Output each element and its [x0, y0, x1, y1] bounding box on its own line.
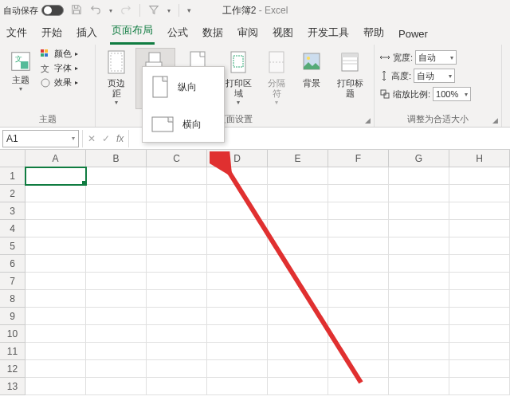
cell[interactable]	[449, 325, 510, 343]
cell[interactable]	[328, 255, 389, 273]
cell[interactable]	[328, 202, 389, 220]
cell[interactable]	[268, 378, 328, 395]
cell[interactable]	[449, 308, 510, 325]
col-header[interactable]: A	[26, 150, 86, 167]
cell[interactable]	[449, 290, 510, 308]
qat-customize-icon[interactable]: ▾	[187, 6, 191, 14]
cell[interactable]	[207, 378, 268, 395]
tab-developer[interactable]: 开发工具	[306, 21, 351, 45]
cell[interactable]	[328, 237, 389, 255]
row-header[interactable]: 3	[0, 202, 26, 220]
cell[interactable]	[449, 255, 510, 273]
cell[interactable]	[328, 325, 389, 343]
row-header[interactable]: 2	[0, 185, 26, 202]
cell[interactable]	[449, 167, 510, 185]
cell[interactable]	[86, 220, 147, 237]
cell[interactable]	[147, 255, 207, 273]
cell[interactable]	[268, 290, 328, 308]
cell[interactable]	[147, 343, 207, 360]
col-header[interactable]: D	[207, 150, 268, 167]
cell[interactable]	[147, 167, 207, 185]
col-header[interactable]: H	[449, 150, 510, 167]
cell[interactable]	[147, 237, 207, 255]
cell[interactable]	[268, 360, 328, 378]
tab-view[interactable]: 视图	[271, 21, 295, 45]
print-area-button[interactable]: 打印区域▾	[220, 48, 258, 108]
cell[interactable]	[389, 202, 449, 220]
cell[interactable]	[268, 273, 328, 290]
cell[interactable]	[268, 343, 328, 360]
cell[interactable]	[268, 308, 328, 325]
tab-file[interactable]: 文件	[5, 21, 29, 45]
scale-combo[interactable]: 100%▾	[433, 87, 471, 101]
cell[interactable]	[86, 343, 147, 360]
cell[interactable]	[86, 202, 147, 220]
cell[interactable]	[268, 237, 328, 255]
cell[interactable]	[328, 167, 389, 185]
cell[interactable]	[389, 308, 449, 325]
row-header[interactable]: 7	[0, 273, 26, 290]
undo-dropdown-icon[interactable]: ▾	[109, 7, 112, 14]
tab-data[interactable]: 数据	[201, 21, 225, 45]
orientation-landscape[interactable]: 横向	[143, 107, 224, 142]
row-header[interactable]: 13	[0, 378, 26, 395]
theme-effects-button[interactable]: 效果▸	[40, 77, 78, 88]
cell[interactable]	[449, 202, 510, 220]
cell[interactable]	[389, 325, 449, 343]
cell[interactable]	[207, 343, 268, 360]
cell[interactable]	[207, 167, 268, 185]
cell[interactable]	[449, 378, 510, 395]
cell[interactable]	[86, 255, 147, 273]
row-header[interactable]: 11	[0, 343, 26, 360]
tab-formulas[interactable]: 公式	[166, 21, 190, 45]
cell[interactable]	[207, 325, 268, 343]
cell[interactable]	[328, 290, 389, 308]
cell[interactable]	[328, 308, 389, 325]
cell[interactable]	[86, 378, 147, 395]
redo-icon[interactable]	[120, 4, 131, 18]
cell[interactable]	[389, 343, 449, 360]
cell[interactable]	[86, 290, 147, 308]
cell[interactable]	[449, 220, 510, 237]
filter-dropdown-icon[interactable]: ▾	[167, 7, 171, 14]
row-header[interactable]: 4	[0, 220, 26, 237]
cell[interactable]	[86, 273, 147, 290]
row-header[interactable]: 8	[0, 290, 26, 308]
cell[interactable]	[86, 325, 147, 343]
cell[interactable]	[147, 360, 207, 378]
cell[interactable]	[328, 273, 389, 290]
cell[interactable]	[268, 185, 328, 202]
cell[interactable]	[449, 273, 510, 290]
row-header[interactable]: 12	[0, 360, 26, 378]
cell[interactable]	[207, 273, 268, 290]
cell[interactable]	[147, 378, 207, 395]
cell[interactable]	[26, 273, 86, 290]
cell[interactable]	[147, 202, 207, 220]
margins-button[interactable]: 页边距▾	[100, 48, 132, 108]
cell[interactable]	[449, 237, 510, 255]
cell[interactable]	[268, 202, 328, 220]
autosave-toggle[interactable]: 自动保存 关	[3, 5, 63, 17]
cell[interactable]	[86, 167, 147, 185]
cell[interactable]	[26, 378, 86, 395]
cell[interactable]	[268, 255, 328, 273]
cell[interactable]	[389, 290, 449, 308]
background-button[interactable]: 背景	[296, 48, 328, 90]
tab-home[interactable]: 开始	[40, 21, 64, 45]
namebox-dropdown-icon[interactable]: ▾	[72, 135, 75, 142]
tab-page-layout[interactable]: 页面布局	[110, 18, 155, 45]
cell[interactable]	[389, 378, 449, 395]
cell[interactable]	[26, 325, 86, 343]
cell[interactable]	[328, 360, 389, 378]
cell[interactable]	[86, 185, 147, 202]
cell[interactable]	[147, 273, 207, 290]
cell[interactable]	[26, 202, 86, 220]
cell[interactable]	[86, 360, 147, 378]
cell[interactable]	[26, 255, 86, 273]
cell[interactable]	[26, 343, 86, 360]
row-header[interactable]: 1	[0, 167, 26, 185]
cell[interactable]	[86, 308, 147, 325]
theme-colors-button[interactable]: 颜色▸	[40, 48, 78, 60]
tab-review[interactable]: 审阅	[236, 21, 260, 45]
tab-insert[interactable]: 插入	[75, 21, 99, 45]
